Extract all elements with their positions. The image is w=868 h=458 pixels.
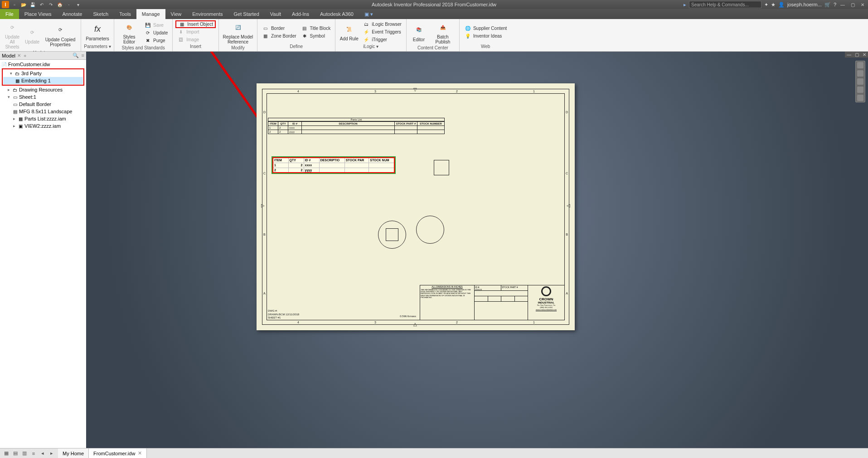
- view-mode-2-icon[interactable]: ▤: [11, 450, 19, 457]
- title-block-button[interactable]: ▤Title Block: [299, 24, 333, 32]
- view-mode-1-icon[interactable]: ▦: [2, 450, 10, 457]
- tab-tools[interactable]: Tools: [114, 9, 136, 19]
- home-icon[interactable]: 🏠: [56, 1, 63, 8]
- help-search-input[interactable]: Search Help & Commands...: [689, 1, 761, 8]
- close-tab-icon[interactable]: ✕: [17, 53, 21, 58]
- expand-icon[interactable]: ▸: [6, 87, 11, 92]
- drawing-sheet[interactable]: 4 3 2 1 4 3 2 1 D C B A D C B A ▽ △ ▷ ◁ …: [257, 83, 575, 330]
- signin-icon[interactable]: ✦: [764, 2, 768, 8]
- restore-doc-icon[interactable]: ▢: [853, 52, 861, 58]
- embedded-ole-object[interactable]: ITEM QTY ID # DESCRIPTIO STOCK PAR STOCK…: [272, 157, 395, 173]
- tab-environments[interactable]: Environments: [187, 9, 228, 19]
- tab-place-views[interactable]: Place Views: [19, 9, 57, 19]
- zone-border-button[interactable]: ▦Zone Border: [260, 32, 298, 40]
- table-row[interactable]: 22yyyy: [273, 168, 394, 173]
- symbol-button[interactable]: ✱Symbol: [299, 32, 333, 40]
- drawing-canvas[interactable]: — ▢ ✕ 4 3 2 1 4 3 2 1 D: [86, 52, 868, 458]
- favorite-icon[interactable]: ★: [771, 2, 776, 8]
- supplier-content-button[interactable]: 🌐Supplier Content: [462, 24, 509, 32]
- minimize-button[interactable]: —: [839, 1, 846, 8]
- tab-add-ins[interactable]: Add-Ins: [286, 9, 315, 19]
- nav-left-icon[interactable]: ◂: [39, 450, 47, 457]
- doc-tab-current[interactable]: FromCustomer.idw✕: [89, 448, 147, 458]
- tab-vault[interactable]: Vault: [265, 9, 286, 19]
- doc-tab-home[interactable]: My Home: [58, 448, 89, 458]
- drawing-square-small[interactable]: [434, 160, 449, 175]
- tree-parts-list[interactable]: ▸▦Parts List:zzzz.iam: [1, 115, 85, 122]
- tree-view2[interactable]: ▸▣VIEW2:zzzz.iam: [1, 122, 85, 130]
- nav-right-icon[interactable]: ▸: [48, 450, 56, 457]
- title-block[interactable]: ALL DIMENSIONS IN INCHES THE INFORMATION…: [420, 285, 565, 320]
- tree-embedding[interactable]: ▦Embedding 1: [3, 77, 83, 84]
- table-row[interactable]: 12xxxx: [273, 163, 394, 168]
- tree-sheet[interactable]: ▾▭Sheet:1: [1, 93, 85, 101]
- ilogic-browser-button[interactable]: 🗂iLogic Browser: [361, 20, 403, 28]
- tab-a360[interactable]: Autodesk A360: [315, 9, 359, 19]
- tab-sketch[interactable]: Sketch: [88, 9, 114, 19]
- tab-extra-icon[interactable]: ▣ ▾: [359, 9, 378, 19]
- navigation-bar[interactable]: [855, 61, 865, 102]
- tab-view[interactable]: View: [165, 9, 187, 19]
- inventor-ideas-button[interactable]: 💡Inventor Ideas: [462, 32, 509, 40]
- tab-annotate[interactable]: Annotate: [57, 9, 87, 19]
- update-copied-properties-button[interactable]: ⟳ Update Copied Properties: [43, 20, 78, 50]
- collapse-icon[interactable]: ▾: [9, 71, 13, 76]
- tree-default-border[interactable]: ▭Default Border: [1, 101, 85, 108]
- tree-drawing-resources[interactable]: ▸🗀Drawing Resources: [1, 86, 85, 93]
- add-rule-button[interactable]: 📜 Add Rule: [338, 20, 360, 44]
- replace-model-reference-button[interactable]: 🔄 Replace Model Reference: [222, 20, 254, 45]
- event-triggers-button[interactable]: ⚡Event Triggers: [361, 28, 403, 36]
- drawing-square-inner[interactable]: [386, 228, 398, 241]
- tree-3rd-party[interactable]: ▾🗀3rd Party: [3, 70, 83, 77]
- tree-root[interactable]: 📄FromCustomer.idw: [1, 61, 85, 68]
- parameters-button[interactable]: fx Parameters: [84, 20, 111, 44]
- collapse-icon[interactable]: ▾: [6, 95, 11, 99]
- maximize-button[interactable]: ▢: [849, 1, 856, 8]
- drawing-circle-2[interactable]: [416, 216, 444, 244]
- expand-icon[interactable]: ▸: [12, 124, 16, 128]
- nav-home-icon[interactable]: [857, 62, 863, 68]
- styles-editor-button[interactable]: 🎨 Styles Editor: [117, 20, 141, 45]
- min-doc-icon[interactable]: —: [845, 52, 853, 58]
- nav-wheel-icon[interactable]: [857, 70, 863, 77]
- browser-tree[interactable]: 📄FromCustomer.idw ▾🗀3rd Party ▦Embedding…: [0, 60, 86, 458]
- itrigger-button[interactable]: ⚡iTrigger: [361, 36, 403, 43]
- browser-tab[interactable]: Model ✕: [2, 53, 21, 58]
- open-icon[interactable]: 📂: [20, 1, 27, 8]
- styles-purge-button[interactable]: ✖Purge: [142, 37, 170, 44]
- qat-more-icon[interactable]: ·: [65, 1, 73, 8]
- cc-editor-button[interactable]: 📚 Editor: [409, 20, 428, 45]
- save-icon[interactable]: 💾: [29, 1, 36, 8]
- nav-pan-icon[interactable]: [857, 78, 863, 85]
- user-icon[interactable]: 👤: [778, 2, 785, 8]
- tab-manage[interactable]: Manage: [136, 9, 165, 19]
- add-tab-icon[interactable]: +: [24, 53, 26, 58]
- qat-dropdown-icon[interactable]: ▾: [74, 1, 82, 8]
- help-icon[interactable]: ?: [834, 2, 836, 7]
- close-doc-tab-icon[interactable]: ✕: [138, 450, 142, 456]
- expand-icon[interactable]: ▸: [12, 116, 16, 121]
- border-button[interactable]: ▭Border: [260, 24, 298, 32]
- close-doc-icon[interactable]: ✕: [861, 52, 868, 58]
- user-name[interactable]: joseph.hoerm...: [787, 2, 822, 7]
- nav-zoom-icon[interactable]: [857, 87, 863, 93]
- tree-mfg-landscape[interactable]: ▤MFG 8.5x11 Landscape: [1, 108, 85, 115]
- nav-orbit-icon[interactable]: [857, 95, 863, 101]
- app-logo-icon[interactable]: I: [2, 1, 9, 8]
- tab-get-started[interactable]: Get Started: [228, 9, 265, 19]
- styles-update-button[interactable]: ⟳Update: [142, 29, 170, 37]
- search-icon[interactable]: 🔍: [73, 53, 79, 58]
- file-tab[interactable]: File: [0, 9, 19, 19]
- exchange-icon[interactable]: 🛒: [824, 2, 831, 8]
- view-mode-3-icon[interactable]: ▥: [20, 450, 29, 457]
- table-row[interactable]: 12xxxx: [268, 126, 445, 130]
- parts-list-table[interactable]: Parts List ITEM QTY ID # DESCRIPTION STO…: [268, 118, 445, 134]
- undo-icon[interactable]: ↶: [38, 1, 45, 8]
- insert-object-button[interactable]: ▦Insert Object: [175, 20, 216, 28]
- close-button[interactable]: ✕: [859, 1, 866, 8]
- menu-icon[interactable]: ≡: [82, 53, 84, 58]
- batch-publish-button[interactable]: 📤 Batch Publish: [429, 20, 456, 45]
- table-row[interactable]: 22yyyy: [268, 130, 445, 134]
- view-mode-4-icon[interactable]: ≡: [29, 450, 38, 457]
- new-icon[interactable]: ▫: [11, 1, 18, 8]
